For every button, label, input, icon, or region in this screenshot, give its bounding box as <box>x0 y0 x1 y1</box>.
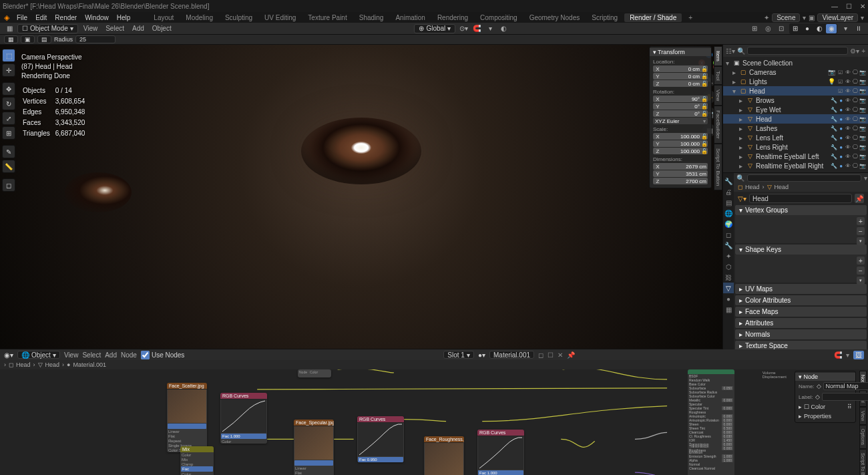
overlay-icon[interactable]: ▾ <box>846 351 849 359</box>
principled-bsdf-node[interactable]: BSDF Random Walk Base Color Subsurface0.… <box>688 369 734 475</box>
normals-header[interactable]: ▸ Normals <box>735 329 867 339</box>
pin-toggle[interactable]: 📌 <box>567 351 575 359</box>
rotation-z[interactable]: Z0°🔓 <box>653 110 708 117</box>
backdrop-icon[interactable]: 🖼 <box>853 351 864 359</box>
rotation-y[interactable]: Y0°🔓 <box>653 103 708 110</box>
transform-header[interactable]: ▾ Transform <box>650 48 711 56</box>
shape-keys-header[interactable]: ▾ Shape Keys <box>735 245 867 255</box>
tab-view[interactable]: View <box>714 85 722 106</box>
close-button[interactable]: ✕ <box>860 3 865 10</box>
location-z[interactable]: Z0 cm🔓 <box>653 80 708 87</box>
scale-x[interactable]: X100.000🔓 <box>653 133 708 140</box>
rgb-curves-node-2[interactable]: RGB Curves Fac 0.950 <box>357 416 404 462</box>
frame-node[interactable]: Node Color <box>298 369 331 377</box>
workspace-tab[interactable]: Shading <box>354 13 389 22</box>
menu-help[interactable]: Help <box>114 14 134 21</box>
select-menu[interactable]: Select <box>103 25 127 32</box>
pause-render[interactable]: ⏸ <box>853 24 864 33</box>
menu-file[interactable]: File <box>13 14 31 21</box>
workspace-tab-add[interactable]: + <box>683 13 698 22</box>
snap-options[interactable]: ▾ <box>485 24 495 33</box>
scale-z[interactable]: Z100.000🔓 <box>653 148 708 154</box>
snap-icon[interactable]: 🧲 <box>834 351 842 359</box>
node-name-input[interactable] <box>823 382 868 390</box>
remove-vg-button[interactable]: − <box>857 227 865 235</box>
menu-render[interactable]: Render <box>51 14 80 21</box>
shading-options[interactable]: ▾ <box>840 24 851 33</box>
3d-viewport[interactable]: ⬚ ✛ ✥ ↻ ⤢ ⊞ ✎ 📏 ◻ Camera Perspective (87… <box>0 45 722 349</box>
workspace-tab[interactable]: Compositing <box>475 13 523 22</box>
workspace-tab[interactable]: Animation <box>390 13 430 22</box>
collection-lights[interactable]: ▸▢ Lights 💡 ☑👁🖵📷 <box>723 77 868 86</box>
tool-measure[interactable]: 📏 <box>2 160 15 173</box>
mesh-teeth[interactable]: ▸▽Teeth🔧👁🖵📷 <box>723 170 868 172</box>
workspace-tab-active[interactable]: Render / Shade <box>624 13 682 22</box>
tool-a[interactable]: ▦ <box>4 35 18 43</box>
add-vg-button[interactable]: + <box>857 217 865 225</box>
tab-texture[interactable]: ▦ <box>723 304 734 315</box>
fakeuser-btn[interactable]: ☐ <box>548 351 554 359</box>
mesh-eyeball-left[interactable]: ▸▽Realtime Eyeball Left🔧●👁🖵📷 <box>723 152 868 161</box>
visibility-eye-icon[interactable]: 👁 <box>845 69 851 75</box>
workspace-tab[interactable]: Texture Paint <box>302 13 352 22</box>
tab-tool[interactable]: Tool <box>714 66 722 86</box>
viewlayer-selector[interactable]: ViewLayer <box>817 13 858 22</box>
use-nodes-check[interactable]: Use Nodes <box>141 351 184 359</box>
shading-rendered[interactable]: ◉ <box>826 24 837 33</box>
tab-scene[interactable]: 🌐 <box>723 208 734 218</box>
tool-transform[interactable]: ⊞ <box>2 126 15 140</box>
tab-render[interactable]: 🔧 <box>723 176 734 186</box>
tab-facebuilder[interactable]: FaceBuilder <box>714 106 722 144</box>
workspace-tab[interactable]: Modeling <box>180 13 218 22</box>
collection-cameras[interactable]: ▸▢ Cameras 📷 ☑👁🖵📷 <box>723 67 868 77</box>
image-texture-node-2[interactable]: Face_Specular.jpg LinearFlatRepeatColor … <box>294 420 334 475</box>
slot-selector[interactable]: Slot 1 ▾ <box>443 351 474 359</box>
workspace-tab[interactable]: Scripting <box>586 13 623 22</box>
browse-viewlayer-btn[interactable]: ▾ <box>861 14 864 21</box>
rotation-mode[interactable]: XYZ Euler▾ <box>653 118 708 124</box>
mesh-lensleft[interactable]: ▸▽Lens Left🔧●👁🖵📷 <box>723 133 868 142</box>
properties-search[interactable] <box>747 174 861 182</box>
node-canvas[interactable]: Face_Scatter.jpg LinearFlatRepeat Single… <box>0 369 868 475</box>
shader-type[interactable]: 🌐 Object ▾ <box>17 351 60 359</box>
rgb-curves-node-3[interactable]: RGB Curves Fac 1.000 <box>477 430 524 475</box>
tool-rotate[interactable]: ↻ <box>2 97 15 110</box>
vertex-groups-list[interactable]: + − ▾ <box>735 215 867 243</box>
tool-select-box[interactable]: ⬚ <box>2 49 15 62</box>
shading-material[interactable]: ◐ <box>814 24 825 33</box>
tab-item[interactable]: Item <box>714 46 722 66</box>
proportional-edit[interactable]: ◐ <box>498 24 509 33</box>
add-sk-button[interactable]: + <box>857 257 865 265</box>
viewport-icon[interactable]: 🖵 <box>852 69 858 75</box>
menu-edit[interactable]: Edit <box>32 14 50 21</box>
mix-rgb-node[interactable]: Mix ColorMixClampFacColor <box>180 446 214 475</box>
mesh-eyewet[interactable]: ▸▽Eye Wet🔧●👁🖵📷 <box>723 105 868 114</box>
overlay-toggle[interactable]: ◎ <box>763 24 773 33</box>
tab-viewlayer[interactable]: ▤ <box>723 197 734 208</box>
face-maps-header[interactable]: ▸ Face Maps <box>735 307 867 317</box>
render-icon[interactable]: 📷 <box>859 69 865 75</box>
shading-wireframe[interactable]: ⊞ <box>790 24 801 33</box>
tab-script-button[interactable]: Script To Button <box>714 144 722 190</box>
scene-collection-row[interactable]: ▾▣ Scene Collection <box>723 58 868 67</box>
dim-y[interactable]: Y3531 cm <box>653 170 708 177</box>
material-browse-icon[interactable]: ●▾ <box>478 351 485 359</box>
outliner-display-mode[interactable]: ☷▾ <box>726 47 735 55</box>
scale-y[interactable]: Y100.000🔓 <box>653 140 708 147</box>
location-x[interactable]: X0 cm🔓 <box>653 65 708 72</box>
dim-x[interactable]: X2679 cm <box>653 163 708 170</box>
editor-type-selector[interactable]: ◉▾ <box>4 351 13 359</box>
pivot-selector[interactable]: ⊙▾ <box>458 24 469 33</box>
workspace-tab[interactable]: Geometry Nodes <box>524 13 586 22</box>
collection-head[interactable]: ▾▢ Head ☑👁🖵📷 <box>723 86 868 96</box>
browse-scene-btn[interactable]: ▾ <box>803 14 806 21</box>
shape-keys-list[interactable]: + − ▾ <box>735 255 867 283</box>
tab-object-data[interactable]: ▽ <box>723 283 734 293</box>
mesh-eyeball-right[interactable]: ▸▽Realtime Eyeball Right🔧●👁🖵📷 <box>723 161 868 170</box>
image-name-field[interactable] <box>168 424 206 429</box>
material-field[interactable]: Material.001 <box>489 351 534 359</box>
node-tab-options[interactable]: Options <box>859 425 867 449</box>
node-tab-script[interactable]: Script To Butto <box>859 449 867 475</box>
image-texture-node-3[interactable]: Face_Roughness.jpg LinearFlatRepeat <box>424 436 464 475</box>
view-menu[interactable]: View <box>81 25 101 32</box>
